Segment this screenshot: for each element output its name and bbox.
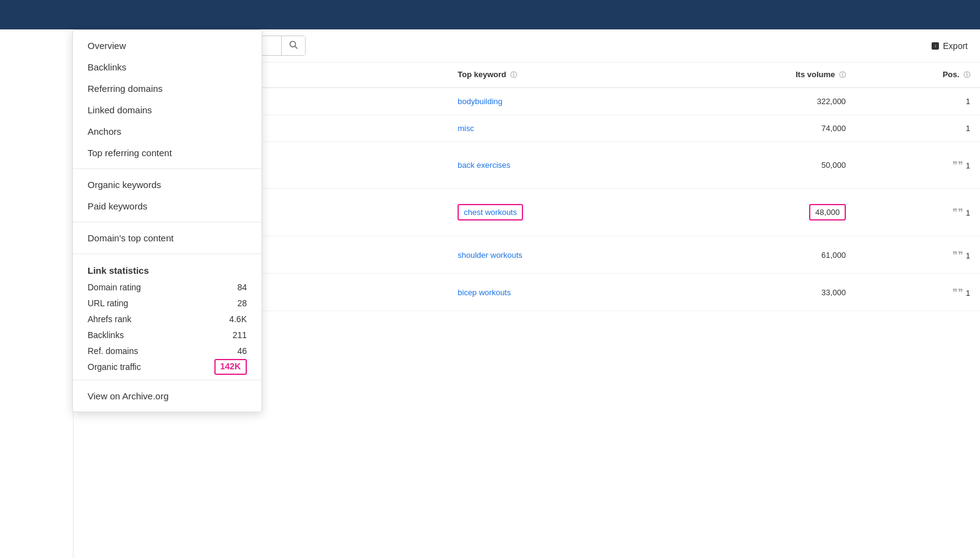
stat-value-domain-rating: 84 <box>214 279 247 295</box>
pos-info-icon: ⓘ <box>963 71 970 78</box>
keyword-cell: chest workouts <box>448 189 671 236</box>
stat-label-backlinks: Backlinks <box>88 327 214 343</box>
menu-item-backlinks[interactable]: Backlinks <box>73 56 262 78</box>
stat-label-ahrefs-rank: Ahrefs rank <box>88 311 214 327</box>
keyword-cell: misc <box>448 115 671 142</box>
volume-cell: 322,000 <box>672 88 856 115</box>
volume-cell: 50,000 <box>672 142 856 189</box>
quotes-icon: ❞❞ <box>952 207 963 217</box>
link-stats-header: Link statistics <box>73 259 262 279</box>
stat-value-ahrefs-rank: 4.6K <box>214 311 247 327</box>
export-label: Export <box>943 41 968 51</box>
its-volume-info-icon: ⓘ <box>839 71 846 78</box>
volume-cell: 74,000 <box>672 115 856 142</box>
volume-value: 33,000 <box>821 288 846 297</box>
top-bar <box>0 0 980 29</box>
keyword-cell: back exercises <box>448 142 671 189</box>
pos-value: 1 <box>966 161 970 170</box>
pos-cell: 1 <box>856 115 980 142</box>
stat-value-url-rating: 28 <box>214 295 247 311</box>
keyword-value: bodybuilding <box>458 97 502 106</box>
search-icon <box>289 40 298 49</box>
quotes-icon: ❞❞ <box>952 287 963 298</box>
stat-value-backlinks: 211 <box>214 327 247 343</box>
pos-value: 1 <box>966 97 970 106</box>
menu-divider-1 <box>73 168 262 169</box>
pos-value: 1 <box>966 208 970 217</box>
pos-cell: 1 <box>856 88 980 115</box>
volume-cell: 61,000 <box>672 236 856 274</box>
col-pos: Pos. ⓘ <box>856 62 980 88</box>
pos-value: 1 <box>966 251 970 260</box>
keyword-cell: bodybuilding <box>448 88 671 115</box>
stat-label-url-rating: URL rating <box>88 295 214 311</box>
pos-cell: ❞❞1 <box>856 274 980 311</box>
svg-line-1 <box>295 47 297 49</box>
stat-value-ref-domains: 46 <box>214 343 247 359</box>
keyword-value: misc <box>458 124 474 133</box>
col-top-keyword: Top keyword ⓘ <box>448 62 671 88</box>
pos-value: 1 <box>966 124 970 133</box>
menu-item-top-referring-content[interactable]: Top referring content <box>73 142 262 164</box>
left-sidebar <box>0 29 74 558</box>
volume-value: 74,000 <box>821 124 846 133</box>
stat-label-domain-rating: Domain rating <box>88 279 214 295</box>
volume-cell: 33,000 <box>672 274 856 311</box>
menu-divider-3 <box>73 254 262 254</box>
volume-value: 61,000 <box>821 251 846 260</box>
menu-item-organic-keywords[interactable]: Organic keywords <box>73 174 262 195</box>
menu-item-linked-domains[interactable]: Linked domains <box>73 99 262 121</box>
svg-text:↓: ↓ <box>934 43 937 48</box>
keyword-cell: bicep workouts <box>448 274 671 311</box>
volume-value: 50,000 <box>821 160 846 170</box>
quotes-icon: ❞❞ <box>952 250 963 260</box>
pos-cell: ❞❞1 <box>856 236 980 274</box>
keyword-value: chest workouts <box>458 204 523 221</box>
stat-label-ref-domains: Ref. domains <box>88 343 214 359</box>
col-its-volume: Its volume ⓘ <box>672 62 856 88</box>
volume-value: 48,000 <box>809 204 846 221</box>
menu-item-view-archive[interactable]: View on Archive.org <box>73 385 262 407</box>
keyword-value: bicep workouts <box>458 288 511 297</box>
keyword-value: shoulder workouts <box>458 251 522 260</box>
menu-divider-4 <box>73 380 262 380</box>
export-button[interactable]: ↓ Export <box>931 41 968 51</box>
menu-item-referring-domains[interactable]: Referring domains <box>73 78 262 99</box>
stat-value-organic-traffic: 142K <box>214 359 247 375</box>
volume-value: 322,000 <box>817 97 846 106</box>
keyword-value: back exercises <box>458 160 510 170</box>
main-area: Overview Backlinks Referring domains Lin… <box>0 29 980 558</box>
stat-label-organic-traffic: Organic traffic <box>88 359 214 375</box>
pos-value: 1 <box>966 288 970 298</box>
pos-cell: ❞❞1 <box>856 142 980 189</box>
keyword-cell: shoulder workouts <box>448 236 671 274</box>
menu-item-domains-top-content[interactable]: Domain's top content <box>73 227 262 249</box>
volume-cell: 48,000 <box>672 189 856 236</box>
menu-item-anchors[interactable]: Anchors <box>73 121 262 142</box>
top-keyword-info-icon: ⓘ <box>510 71 517 78</box>
pos-cell: ❞❞1 <box>856 189 980 236</box>
filter-search-button[interactable] <box>281 36 305 55</box>
navigation-dropdown: Overview Backlinks Referring domains Lin… <box>72 29 262 412</box>
link-stats-grid: Domain rating 84 URL rating 28 Ahrefs ra… <box>73 279 262 375</box>
quotes-icon: ❞❞ <box>952 160 963 170</box>
menu-divider-2 <box>73 222 262 222</box>
export-icon: ↓ <box>931 42 940 50</box>
menu-item-overview[interactable]: Overview <box>73 35 262 56</box>
menu-item-paid-keywords[interactable]: Paid keywords <box>73 195 262 217</box>
